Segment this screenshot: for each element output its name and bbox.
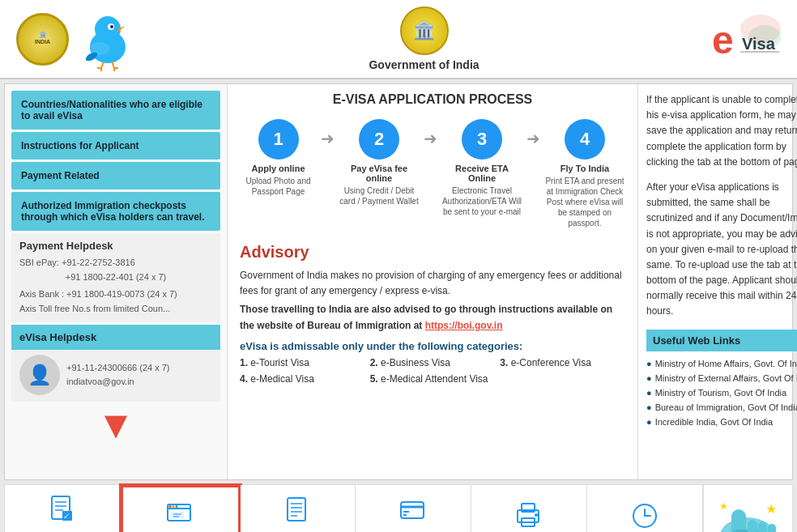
advisory-para2: Those travelling to India are also advis… — [240, 302, 625, 333]
right-text-2: After your eVisa applications is submitt… — [646, 180, 797, 320]
step-2-desc: Using Credit / Debit card / Payment Wall… — [339, 185, 420, 206]
header: 🏛️INDIA — [0, 0, 797, 79]
svg-point-44 — [535, 513, 538, 517]
complete-icon — [283, 496, 312, 528]
verify-icon — [399, 496, 428, 528]
payment-helpdesk-title: Payment Helpdesk — [19, 240, 212, 252]
emblem-center: 🏛️ — [400, 6, 449, 55]
svg-point-1 — [95, 16, 121, 42]
link-1[interactable]: ● Ministry of Home Affairs, Govt. Of Ind… — [646, 356, 797, 371]
step-1: 1 Apply online Upload Photo and Passport… — [240, 119, 317, 197]
svg-rect-52 — [758, 521, 767, 532]
gov-title: Government of India — [369, 58, 479, 71]
footer-btn-check[interactable]: Check your Visa Status — [587, 485, 703, 532]
corner-mascot-svg: ★ ★ — [707, 489, 788, 532]
red-arrow: ▼ — [11, 406, 220, 445]
center-content: E-VISA APPLICATION PROCESS 1 Apply onlin… — [228, 84, 637, 479]
step-3-circle: 3 — [462, 119, 502, 160]
svg-rect-32 — [288, 498, 305, 521]
step-1-desc: Upload Photo and Passport Page — [240, 176, 317, 197]
svg-text:e: e — [712, 19, 734, 62]
link-bullet: ● — [646, 373, 652, 383]
svg-text:★: ★ — [765, 502, 777, 516]
right-panel: If the applicant is unable to complete h… — [637, 84, 797, 479]
useful-links-title: Useful Web Links — [646, 330, 797, 351]
evisa-logo: e Visa — [708, 13, 781, 66]
helpdesk-email: indiatvoa@gov.in — [66, 375, 170, 389]
step-3: 3 Receive ETA Online Electronic Travel A… — [441, 119, 522, 217]
header-center: 🏛️ Government of India — [369, 6, 479, 71]
sidebar: Countries/Nationalities who are eligible… — [5, 84, 228, 479]
advisory-section: Advisory Government of India makes no pr… — [240, 243, 625, 385]
process-steps: 1 Apply online Upload Photo and Passport… — [240, 119, 625, 228]
sidebar-item-countries[interactable]: Countries/Nationalities who are eligible… — [11, 91, 220, 130]
svg-rect-29 — [171, 512, 184, 518]
link-2[interactable]: ● Ministry of External Affairs, Govt Of … — [646, 371, 797, 385]
advisory-para1: Government of India makes no provision o… — [240, 268, 625, 299]
bird-mascot — [75, 6, 140, 71]
svg-rect-51 — [748, 520, 757, 532]
step-4: 4 Fly To India Print ETA and present at … — [544, 119, 625, 228]
svg-rect-49 — [731, 509, 746, 532]
footer-btn-print[interactable]: Print e-Visa Application — [471, 485, 587, 532]
axis-line1: Axis Bank : +91 1800-419-0073 (24 x 7) — [19, 287, 212, 302]
advisory-title: Advisory — [240, 243, 625, 262]
step-2: 2 Pay eVisa fee online Using Credit / De… — [339, 119, 420, 206]
svg-point-3 — [110, 25, 113, 28]
svg-text:✓: ✓ — [63, 512, 70, 521]
category-2: 2. e-Business Visa — [370, 357, 496, 368]
main-content: Countries/Nationalities who are eligible… — [4, 83, 793, 480]
footer-btn-complete[interactable]: Complete PartiallyFilled Application For… — [241, 485, 356, 532]
category-5: 5. e-Medical Attendent Visa — [370, 373, 496, 385]
step-4-label: Fly To India — [560, 164, 609, 173]
axis-line2: Axis Toll free No.s from limited Coun... — [19, 302, 212, 317]
print-icon — [515, 502, 543, 532]
svg-point-26 — [169, 505, 172, 508]
svg-text:Visa: Visa — [742, 35, 776, 53]
link-bullet: ● — [646, 359, 652, 368]
category-4: 4. e-Medical Visa — [240, 373, 365, 385]
footer-buttons: ✓ Sample e-VisaApplication Apply here fo… — [4, 484, 793, 532]
svg-point-28 — [176, 505, 178, 508]
link-bullet: ● — [646, 417, 652, 427]
payment-helpdesk: Payment Helpdesk SBI ePay: +91-22-2752-3… — [11, 233, 220, 322]
advisory-link[interactable]: https://boi.gov.in — [425, 320, 503, 331]
helpdesk-phone: +91-11-24300666 (24 x 7) — [66, 361, 170, 376]
agent-avatar: 👤 — [19, 355, 60, 395]
useful-links-list: ● Ministry of Home Affairs, Govt. Of Ind… — [646, 356, 797, 429]
check-status-icon — [631, 502, 659, 532]
arrow-3: ➜ — [525, 129, 542, 148]
footer-mascot: ★ ★ — [703, 485, 792, 532]
footer-btn-sample[interactable]: ✓ Sample e-VisaApplication — [5, 485, 121, 532]
link-5[interactable]: ● Incredible India, Govt Of India — [646, 415, 797, 429]
step-4-desc: Print ETA and present at Immigration Che… — [544, 176, 625, 228]
govt-emblem-logo: 🏛️INDIA — [16, 13, 69, 66]
sidebar-item-payment[interactable]: Payment Related — [11, 162, 220, 189]
arrow-2: ➜ — [422, 129, 439, 148]
footer-btn-verify[interactable]: Verify Payment/Pay e-Visa Fee — [356, 485, 471, 532]
sbi-line1: SBI ePay: +91-22-2752-3816 — [19, 256, 212, 270]
category-1: 1. e-Tourist Visa — [240, 357, 365, 368]
svg-line-8 — [112, 62, 114, 68]
sidebar-item-instructions[interactable]: Instructions for Applicant — [11, 132, 220, 160]
sidebar-item-immigration[interactable]: Authorized Immigration checkposts throug… — [11, 192, 220, 231]
step-1-circle: 1 — [258, 119, 299, 160]
link-3[interactable]: ● Ministry of Tourism, Govt Of India — [646, 385, 797, 400]
header-left-logos: 🏛️INDIA — [16, 6, 140, 71]
step-4-circle: 4 — [565, 119, 605, 160]
step-3-label: Receive ETA Online — [441, 164, 522, 183]
link-4[interactable]: ● Bureau of Immigration, Govt Of India — [646, 400, 797, 415]
advisory-categories-title: eVisa is admissable only under the follo… — [240, 340, 625, 352]
category-3: 3. e-Conference Visa — [500, 357, 625, 368]
svg-rect-53 — [768, 524, 776, 532]
link-bullet: ● — [646, 402, 652, 412]
svg-text:★: ★ — [719, 500, 728, 512]
process-title: E-VISA APPLICATION PROCESS — [240, 92, 625, 107]
bird-svg — [75, 6, 140, 71]
apply-icon — [166, 500, 194, 532]
evisa-helpdesk-title: eVisa Helpdesk — [11, 325, 220, 350]
link-bullet: ● — [646, 388, 652, 398]
footer-btn-apply[interactable]: Apply here for e-visa — [121, 485, 241, 532]
step-2-circle: 2 — [359, 119, 399, 160]
step-3-desc: Electronic Travel Authorization/ETA Will… — [441, 185, 522, 217]
